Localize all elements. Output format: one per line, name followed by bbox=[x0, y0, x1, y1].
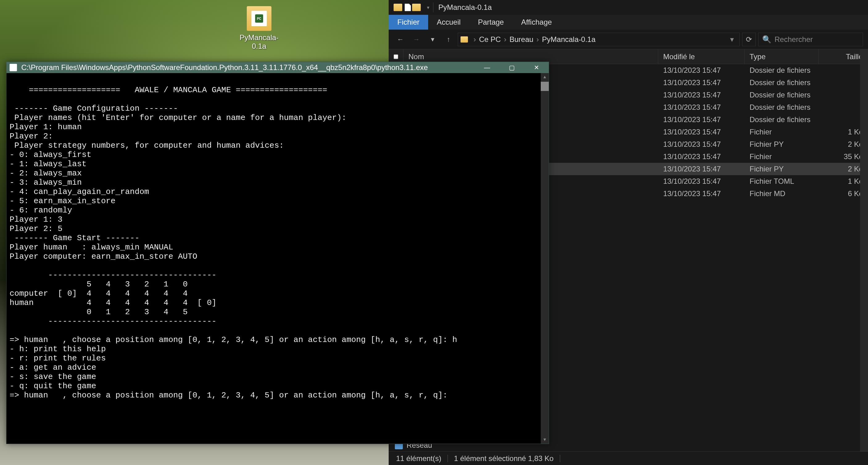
scroll-down-icon[interactable]: ▼ bbox=[541, 436, 549, 444]
chevron-right-icon[interactable]: › bbox=[536, 35, 539, 43]
refresh-button[interactable]: ⟳ bbox=[742, 33, 756, 46]
chevron-down-icon[interactable]: ▾ bbox=[427, 5, 429, 10]
desktop-shortcut-label: PyMancala-0.1a bbox=[238, 33, 281, 51]
search-input[interactable]: 🔍 Rechercher bbox=[758, 33, 863, 46]
chevron-down-icon[interactable]: ▾ bbox=[727, 35, 737, 44]
folder-icon bbox=[412, 4, 421, 11]
file-date-cell: 13/10/2023 15:47 bbox=[658, 165, 745, 173]
console-title: C:\Program Files\WindowsApps\PythonSoftw… bbox=[20, 63, 475, 72]
file-type-cell: Dossier de fichiers bbox=[745, 78, 819, 87]
ribbon-tab[interactable]: Accueil bbox=[428, 15, 469, 30]
console-text: =================== AWALE / MANCALA GAME… bbox=[9, 85, 457, 400]
search-icon: 🔍 bbox=[762, 35, 771, 44]
scrollbar[interactable] bbox=[860, 49, 868, 452]
maximize-button[interactable]: ▢ bbox=[499, 62, 524, 73]
file-date-cell: 13/10/2023 15:47 bbox=[658, 177, 745, 186]
file-date-cell: 13/10/2023 15:47 bbox=[658, 78, 745, 87]
scrollbar[interactable]: ▲ ▼ bbox=[541, 73, 549, 444]
ribbon-tab[interactable]: Partage bbox=[469, 15, 513, 30]
breadcrumb-item[interactable]: Ce PC bbox=[479, 35, 501, 43]
nav-recent-button[interactable]: ▾ bbox=[426, 33, 439, 46]
status-item-count: 11 élément(s) bbox=[396, 454, 441, 463]
nav-up-button[interactable]: ↑ bbox=[442, 33, 455, 46]
file-icon bbox=[405, 4, 411, 11]
file-date-cell: 13/10/2023 15:47 bbox=[658, 140, 745, 149]
python-icon bbox=[9, 64, 17, 71]
file-type-cell: Fichier bbox=[745, 128, 819, 136]
explorer-titlebar[interactable]: ▾ PyMancala-0.1a bbox=[389, 0, 868, 15]
console-titlebar[interactable]: C:\Program Files\WindowsApps\PythonSoftw… bbox=[6, 62, 549, 73]
folder-icon bbox=[247, 6, 272, 31]
file-date-cell: 13/10/2023 15:47 bbox=[658, 103, 745, 112]
file-type-cell: Fichier TOML bbox=[745, 177, 819, 186]
console-output[interactable]: =================== AWALE / MANCALA GAME… bbox=[6, 73, 549, 444]
breadcrumb-item[interactable]: Bureau bbox=[509, 35, 533, 43]
ribbon-tab[interactable]: Affichage bbox=[513, 15, 560, 30]
folder-icon bbox=[394, 4, 402, 11]
ribbon-tab[interactable]: Fichier bbox=[389, 15, 428, 30]
breadcrumb-item[interactable]: PyMancala-0.1a bbox=[542, 35, 595, 43]
desktop-shortcut[interactable]: PyMancala-0.1a bbox=[238, 6, 281, 51]
console-window: C:\Program Files\WindowsApps\PythonSoftw… bbox=[6, 62, 549, 444]
column-header-modified[interactable]: Modifié le bbox=[658, 49, 745, 64]
search-placeholder: Rechercher bbox=[775, 35, 813, 44]
file-type-cell: Dossier de fichiers bbox=[745, 103, 819, 112]
window-title: PyMancala-0.1a bbox=[438, 3, 492, 12]
address-bar: ← → ▾ ↑ › Ce PC›Bureau›PyMancala-0.1a ▾ … bbox=[389, 30, 868, 49]
file-date-cell: 13/10/2023 15:47 bbox=[658, 115, 745, 124]
folder-icon bbox=[461, 36, 468, 42]
separator bbox=[447, 455, 448, 462]
column-header-type[interactable]: Type bbox=[745, 49, 819, 64]
file-date-cell: 13/10/2023 15:47 bbox=[658, 152, 745, 161]
file-type-cell: Dossier de fichiers bbox=[745, 66, 819, 74]
breadcrumb[interactable]: › Ce PC›Bureau›PyMancala-0.1a ▾ bbox=[458, 33, 740, 46]
file-type-cell: Dossier de fichiers bbox=[745, 115, 819, 124]
close-button[interactable]: ✕ bbox=[524, 62, 549, 73]
chevron-right-icon[interactable]: › bbox=[473, 35, 476, 44]
ribbon-tabs: FichierAccueilPartageAffichage bbox=[389, 15, 868, 30]
chevron-right-icon[interactable]: › bbox=[504, 35, 506, 43]
separator bbox=[433, 2, 433, 12]
nav-back-button[interactable]: ← bbox=[394, 33, 407, 46]
file-type-cell: Fichier bbox=[745, 152, 819, 161]
minimize-button[interactable]: — bbox=[475, 62, 499, 73]
file-date-cell: 13/10/2023 15:47 bbox=[658, 189, 745, 198]
file-date-cell: 13/10/2023 15:47 bbox=[658, 128, 745, 136]
separator bbox=[560, 455, 560, 462]
scroll-thumb[interactable] bbox=[541, 82, 549, 91]
nav-forward-button[interactable]: → bbox=[410, 33, 423, 46]
file-date-cell: 13/10/2023 15:47 bbox=[658, 91, 745, 99]
file-type-cell: Fichier MD bbox=[745, 189, 819, 198]
file-date-cell: 13/10/2023 15:47 bbox=[658, 66, 745, 74]
status-bar: 11 élément(s) 1 élément sélectionné 1,83… bbox=[389, 452, 868, 465]
file-type-cell: Fichier PY bbox=[745, 140, 819, 149]
status-selection: 1 élément sélectionné 1,83 Ko bbox=[454, 454, 554, 463]
file-type-cell: Dossier de fichiers bbox=[745, 91, 819, 99]
file-type-cell: Fichier PY bbox=[745, 165, 819, 173]
scroll-up-icon[interactable]: ▲ bbox=[541, 73, 549, 81]
